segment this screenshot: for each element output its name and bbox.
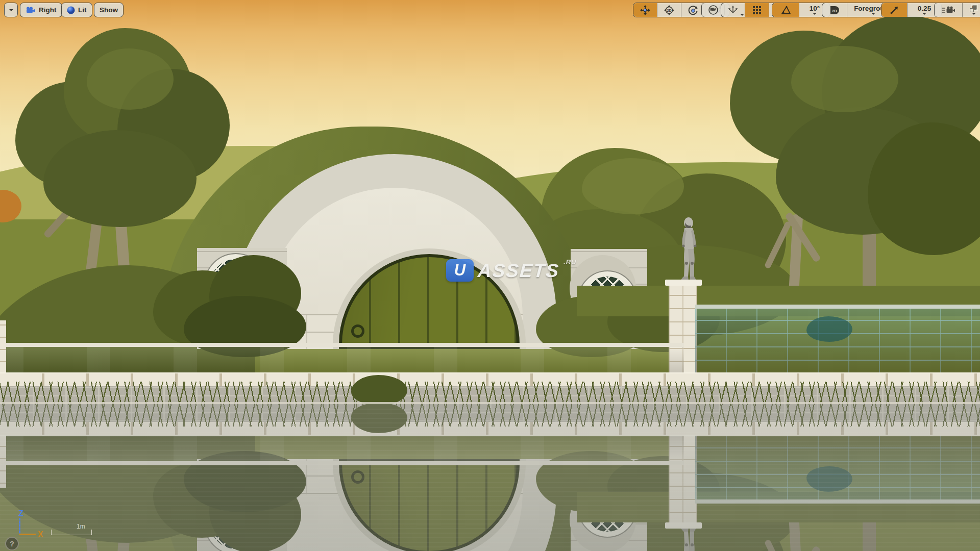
rotation-snap-value: 10° xyxy=(810,5,820,12)
axis-z-label: Z xyxy=(18,509,23,518)
pillar-left-edge xyxy=(0,320,6,373)
camera-speed-icon xyxy=(942,6,955,14)
svg-text:2D: 2D xyxy=(667,8,672,12)
scale-bar xyxy=(51,530,92,535)
move-tool-button[interactable] xyxy=(633,3,657,17)
teal-wall-rim xyxy=(695,305,980,309)
grid-snap-toggle[interactable] xyxy=(745,3,769,17)
water-surface xyxy=(0,404,980,551)
move-2d-icon: 2D xyxy=(664,5,674,15)
svg-text:2D: 2D xyxy=(832,8,837,13)
scale-snap-icon xyxy=(890,6,899,15)
pedestal-slab xyxy=(665,280,702,286)
bush-waterline xyxy=(351,375,407,404)
scale-snap-toggle[interactable] xyxy=(881,3,907,17)
angle-snap-icon xyxy=(780,6,791,15)
help-button[interactable]: ? xyxy=(5,537,19,550)
restore-icon xyxy=(970,4,978,12)
grid-icon xyxy=(753,6,761,14)
chevron-down-icon xyxy=(741,14,744,16)
statue xyxy=(673,216,703,286)
axis-x-line xyxy=(19,534,36,535)
chevron-down-icon xyxy=(972,13,975,15)
door-handle xyxy=(351,324,364,338)
watermark-name: ASSETS xyxy=(477,260,560,282)
show-menu-label: Show xyxy=(100,6,118,14)
waterline xyxy=(0,402,980,404)
show-menu-button[interactable]: Show xyxy=(94,3,124,17)
scale-snap-group: 0.25 xyxy=(881,3,942,17)
view-mode-label: Right xyxy=(39,6,57,14)
surface-snap-button[interactable] xyxy=(721,3,745,17)
chevron-down-icon xyxy=(872,13,875,15)
lit-mode-label: Lit xyxy=(78,6,87,14)
globe-icon xyxy=(708,5,718,15)
lit-sphere-icon xyxy=(67,6,75,14)
surface-snap-icon xyxy=(728,6,738,15)
editor-viewport[interactable]: Right Lit Show 2D xyxy=(0,0,980,551)
layer-snap-button[interactable]: 2D xyxy=(822,3,847,17)
scale-bar-label: 1m xyxy=(77,523,85,530)
water-overlay xyxy=(0,404,980,551)
chevron-down-icon xyxy=(923,13,926,15)
axis-x-label: X xyxy=(38,530,43,539)
move-2d-tool-button[interactable]: 2D xyxy=(657,3,681,17)
rotate-icon xyxy=(688,5,698,15)
help-label: ? xyxy=(10,540,14,548)
view-mode-button[interactable]: Right xyxy=(20,3,62,17)
bush-front-left xyxy=(153,250,306,352)
water-channel xyxy=(0,347,684,372)
move-icon xyxy=(640,5,650,15)
layer-2d-icon: 2D xyxy=(829,6,840,15)
rotation-snap-toggle[interactable] xyxy=(772,3,799,17)
chevron-down-icon xyxy=(9,9,13,11)
viewport-options-button[interactable] xyxy=(4,3,18,17)
watermark-tld: .RU xyxy=(564,258,576,266)
watermark: U ASSETS .RU xyxy=(446,259,576,282)
scale-snap-value: 0.25 xyxy=(918,5,931,12)
axis-z-line xyxy=(19,518,20,534)
wall-stain xyxy=(806,316,852,342)
grass-tufts xyxy=(0,382,980,404)
chevron-down-icon xyxy=(813,13,816,15)
channel-rim xyxy=(0,343,684,347)
restore-viewport-button[interactable] xyxy=(970,4,978,12)
camera-speed-button[interactable] xyxy=(935,3,962,17)
camera-icon xyxy=(26,7,36,13)
viewport-canvas[interactable] xyxy=(0,0,980,404)
watermark-badge: U xyxy=(446,259,474,282)
lit-mode-button[interactable]: Lit xyxy=(61,3,92,17)
